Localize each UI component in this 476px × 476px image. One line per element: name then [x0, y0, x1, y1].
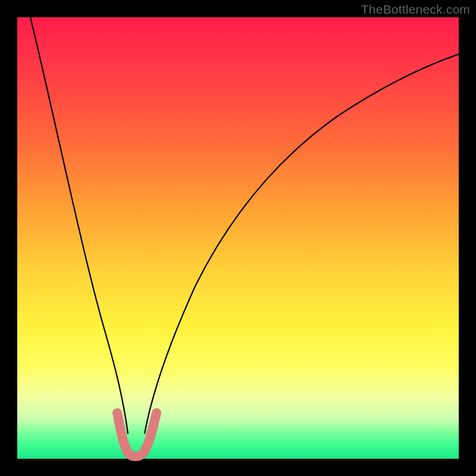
curve-right-branch	[145, 54, 459, 434]
curve-layer	[17, 17, 459, 459]
watermark-text: TheBottleneck.com	[361, 2, 470, 17]
plot-area	[17, 17, 459, 459]
valley-highlight	[117, 413, 156, 456]
chart-frame: TheBottleneck.com	[0, 0, 476, 476]
curve-left-branch	[30, 17, 128, 434]
